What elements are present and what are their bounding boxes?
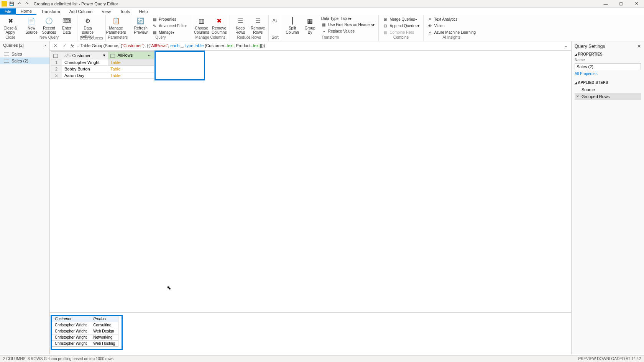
applied-steps-header[interactable]: APPLIED STEPS <box>575 80 641 85</box>
remove-rows-button[interactable]: ☰Remove Rows <box>250 16 266 34</box>
undo-icon[interactable]: ↶ <box>16 1 22 7</box>
settings-title: Query Settings ✕ <box>575 44 641 49</box>
name-input[interactable] <box>575 63 641 70</box>
formula-bar: ✕ ✓ fx = Table.Group(Source, {"Customer"… <box>50 41 571 51</box>
append-queries-button[interactable]: ⊟Append Queries ▾ <box>381 23 421 29</box>
remove-columns-button[interactable]: ✖Remove Columns <box>211 16 227 34</box>
preview-table[interactable]: Customer Product Christopher WrightConsu… <box>51 316 118 347</box>
table-row[interactable]: 2 Bobby Burton Table <box>51 66 154 72</box>
data-type-button[interactable]: Data Type: Table ▾ <box>320 16 376 21</box>
tab-view[interactable]: View <box>97 8 115 15</box>
choose-columns-button[interactable]: ▥Choose Columns <box>194 16 210 34</box>
group-by-button[interactable]: ▦Group By <box>302 16 318 34</box>
cell-allrows[interactable]: Table <box>108 59 154 66</box>
collapse-icon[interactable]: ‹ <box>45 43 46 48</box>
tab-add-column[interactable]: Add Column <box>65 8 97 15</box>
corner-cell[interactable] <box>51 52 62 59</box>
split-column-button[interactable]: ⎮Split Column <box>284 16 301 34</box>
step-grouped-rows[interactable]: ✕Grouped Rows <box>575 93 641 100</box>
table-row[interactable]: 3 Aaron Day Table <box>51 72 154 79</box>
headers-icon: ▦ <box>321 22 327 27</box>
close-apply-button[interactable]: ✖Close & Apply <box>2 16 18 34</box>
data-table[interactable]: ABC Customer ▾ AllRows ↔ 1 Christopher W… <box>51 51 154 79</box>
combine-icon: ▦ <box>383 29 388 35</box>
tab-transform[interactable]: Transform <box>36 8 65 15</box>
cell-customer[interactable]: Aaron Day <box>62 72 108 79</box>
fx-icon[interactable]: fx <box>71 44 74 48</box>
manage-icon: ▦ <box>152 29 157 35</box>
new-source-button[interactable]: 📄New Source <box>23 16 39 34</box>
formula-text[interactable]: = Table.Group(Source, {"Customer"}, {{"A… <box>77 43 560 48</box>
vision-button[interactable]: 👁Vision <box>426 23 477 29</box>
text-icon: ≡ <box>427 16 433 22</box>
text-analytics-button[interactable]: ≡Text Analytics <box>426 16 477 22</box>
properties-section: PROPERTIES Name All Properties <box>575 52 641 76</box>
replace-values-button[interactable]: ↔Replace Values <box>320 28 376 34</box>
table-icon <box>4 52 9 56</box>
preview-header-product[interactable]: Product <box>90 316 118 322</box>
queries-pane: Queries [2] ‹ Sales Sales (2) <box>0 41 50 354</box>
group-data-sources: Data Sources <box>80 36 103 41</box>
preview-row[interactable]: Christopher WrightConsulting <box>52 322 118 328</box>
cancel-formula-button[interactable]: ✕ <box>52 43 58 49</box>
combine-files-button[interactable]: ▦Combine Files <box>381 29 421 35</box>
manage-button[interactable]: ▦Manage ▾ <box>150 29 188 35</box>
manage-parameters-button[interactable]: 📋Manage Parameters <box>108 16 124 34</box>
close-icon[interactable]: ✕ <box>637 44 641 49</box>
expand-formula-button[interactable]: ⌄ <box>563 43 569 49</box>
sort-asc-button[interactable]: A↓ <box>271 16 279 26</box>
data-source-settings-button[interactable]: ⚙Data source settings <box>80 16 96 39</box>
keep-rows-icon: ☰ <box>236 16 245 25</box>
cell-allrows[interactable]: Table <box>108 66 154 72</box>
parameters-icon: 📋 <box>112 16 121 25</box>
properties-button[interactable]: ▦Properties <box>150 16 188 22</box>
cell-customer[interactable]: Bobby Burton <box>62 66 108 72</box>
applied-steps-section: APPLIED STEPS Source ✕Grouped Rows <box>575 80 641 100</box>
save-icon[interactable]: 💾 <box>8 1 15 7</box>
editor-icon: ✎ <box>152 23 157 28</box>
query-item-sales[interactable]: Sales <box>0 51 49 57</box>
close-button[interactable]: ✕ <box>629 0 644 8</box>
column-header-customer[interactable]: ABC Customer ▾ <box>62 52 108 59</box>
maximize-button[interactable]: ▢ <box>613 0 629 8</box>
tab-home[interactable]: Home <box>16 8 36 15</box>
tab-tools[interactable]: Tools <box>115 8 135 15</box>
properties-header[interactable]: PROPERTIES <box>575 52 641 56</box>
all-properties-link[interactable]: All Properties <box>575 72 641 76</box>
highlight-allrows-column <box>154 51 205 80</box>
redo-icon[interactable]: ↷ <box>24 1 30 7</box>
recent-sources-button[interactable]: 🕘Recent Sources <box>41 16 57 34</box>
keep-rows-button[interactable]: ☰Keep Rows <box>232 16 248 34</box>
enter-data-button[interactable]: ⌨Enter Data <box>59 16 75 34</box>
delete-step-icon[interactable]: ✕ <box>576 95 579 98</box>
group-transform: Transform <box>284 35 376 40</box>
group-sort: Sort <box>271 35 279 40</box>
refresh-preview-button[interactable]: 🔄Refresh Preview <box>133 16 149 34</box>
choose-cols-icon: ▥ <box>197 16 206 25</box>
column-header-allrows[interactable]: AllRows ↔ <box>108 52 154 59</box>
ml-icon: △ <box>427 29 433 35</box>
cell-allrows[interactable]: Table <box>108 72 154 79</box>
table-row[interactable]: 1 Christopher Wright Table <box>51 59 154 66</box>
advanced-editor-button[interactable]: ✎Advanced Editor <box>150 23 188 29</box>
tab-file[interactable]: File <box>0 8 16 15</box>
first-row-headers-button[interactable]: ▦Use First Row as Headers ▾ <box>320 21 376 28</box>
merge-queries-button[interactable]: ⊞Merge Queries ▾ <box>381 16 421 22</box>
preview-header-customer[interactable]: Customer <box>52 316 90 322</box>
status-left: 2 COLUMNS, 3 ROWS Column profiling based… <box>3 357 113 361</box>
query-settings-pane: Query Settings ✕ PROPERTIES Name All Pro… <box>571 41 644 354</box>
minimize-button[interactable]: — <box>598 0 613 8</box>
properties-icon: ▦ <box>152 16 157 22</box>
query-item-sales-2[interactable]: Sales (2) <box>0 57 49 64</box>
accept-formula-button[interactable]: ✓ <box>61 43 67 49</box>
tab-help[interactable]: Help <box>135 8 153 15</box>
preview-row[interactable]: Christopher WrightNetworking <box>52 334 118 341</box>
refresh-icon: 🔄 <box>136 16 145 25</box>
quick-access-toolbar: 💾 ↶ ↷ <box>8 1 30 7</box>
step-source[interactable]: Source <box>575 86 641 93</box>
row-number: 3 <box>51 72 62 79</box>
preview-row[interactable]: Christopher WrightWeb Design <box>52 328 118 334</box>
cell-customer[interactable]: Christopher Wright <box>62 59 108 66</box>
azure-ml-button[interactable]: △Azure Machine Learning <box>426 29 477 35</box>
preview-row[interactable]: Christopher WrightWeb Hosting <box>52 341 118 347</box>
